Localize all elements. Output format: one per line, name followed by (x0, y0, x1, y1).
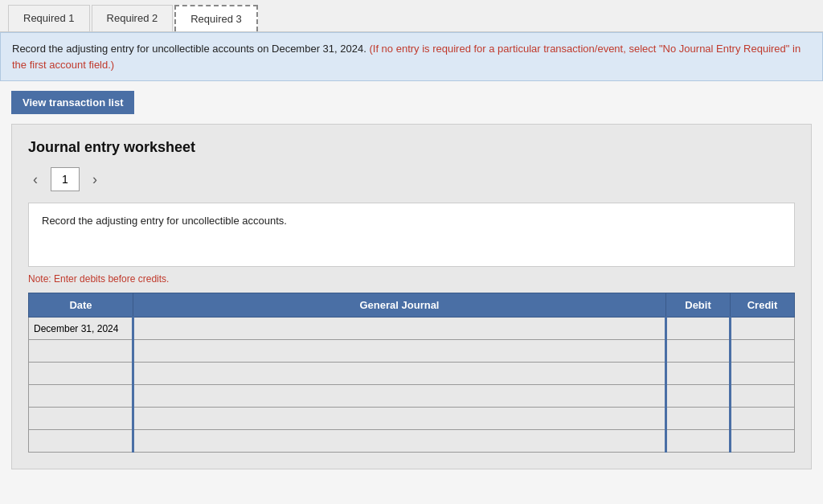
col-credit: Credit (731, 293, 795, 318)
input-credit-row3[interactable] (731, 385, 794, 407)
table-row (29, 408, 795, 430)
cell-journal-row3[interactable] (133, 385, 666, 408)
input-debit-row2[interactable] (667, 363, 729, 384)
cell-date-row0[interactable] (29, 318, 133, 340)
instruction-banner: Record the adjusting entry for uncollect… (0, 32, 823, 81)
main-container: Required 1 Required 2 Required 3 Record … (0, 0, 823, 504)
cell-date-row3[interactable] (29, 385, 133, 408)
journal-table: Date General Journal Debit Credit (28, 293, 795, 453)
cell-journal-row0[interactable] (133, 318, 666, 340)
cell-credit-row4[interactable] (731, 408, 795, 430)
tab-required1[interactable]: Required 1 (8, 5, 90, 31)
input-debit-row4[interactable] (667, 408, 729, 429)
cell-debit-row4[interactable] (666, 408, 731, 430)
cell-credit-row1[interactable] (731, 340, 795, 363)
input-credit-row2[interactable] (731, 363, 794, 384)
page-number: 1 (51, 167, 80, 191)
cell-credit-row2[interactable] (731, 363, 795, 385)
note-text: Note: Enter debits before credits. (28, 273, 795, 285)
input-credit-row1[interactable] (731, 340, 794, 362)
table-row (29, 340, 795, 363)
worksheet-title: Journal entry worksheet (28, 139, 795, 156)
col-general-journal: General Journal (133, 293, 666, 318)
input-debit-row1[interactable] (667, 340, 729, 362)
cell-credit-row0[interactable] (731, 318, 795, 340)
input-journal-row4[interactable] (134, 408, 665, 429)
input-date-row3[interactable] (29, 385, 132, 407)
col-date: Date (29, 293, 133, 318)
next-arrow[interactable]: › (88, 170, 102, 190)
cell-debit-row0[interactable] (666, 318, 731, 340)
cell-date-row2[interactable] (29, 363, 133, 385)
nav-row: ‹ 1 › (28, 167, 795, 191)
table-row (29, 318, 795, 340)
cell-journal-row1[interactable] (133, 340, 666, 363)
col-debit: Debit (666, 293, 731, 318)
cell-debit-row3[interactable] (666, 385, 731, 408)
cell-journal-row5[interactable] (133, 430, 666, 453)
input-date-row1[interactable] (29, 340, 132, 362)
input-debit-row5[interactable] (667, 430, 729, 452)
view-transaction-list-button[interactable]: View transaction list (11, 91, 134, 114)
cell-date-row1[interactable] (29, 340, 133, 363)
description-box: Record the adjusting entry for uncollect… (28, 203, 795, 267)
tabs-bar: Required 1 Required 2 Required 3 (0, 0, 823, 32)
input-journal-row2[interactable] (134, 363, 665, 384)
cell-journal-row4[interactable] (133, 408, 666, 430)
worksheet-card: Journal entry worksheet ‹ 1 › Record the… (11, 124, 812, 469)
input-date-row4[interactable] (29, 408, 132, 429)
cell-debit-row1[interactable] (666, 340, 731, 363)
input-debit-row0[interactable] (667, 318, 729, 339)
input-date-row2[interactable] (29, 363, 132, 384)
cell-credit-row3[interactable] (731, 385, 795, 408)
input-credit-row0[interactable] (731, 318, 794, 339)
input-credit-row5[interactable] (731, 430, 794, 452)
input-date-row0[interactable] (29, 318, 132, 339)
cell-credit-row5[interactable] (731, 430, 795, 453)
tab-required3[interactable]: Required 3 (174, 5, 258, 31)
cell-date-row5[interactable] (29, 430, 133, 453)
cell-journal-row2[interactable] (133, 363, 666, 385)
description-text: Record the adjusting entry for uncollect… (42, 215, 287, 227)
prev-arrow[interactable]: ‹ (28, 170, 43, 190)
input-date-row5[interactable] (29, 430, 132, 452)
table-row (29, 430, 795, 453)
tab-required2[interactable]: Required 2 (92, 5, 174, 31)
input-journal-row3[interactable] (134, 385, 665, 407)
input-credit-row4[interactable] (731, 408, 794, 429)
cell-debit-row2[interactable] (666, 363, 731, 385)
instruction-main-text: Record the adjusting entry for uncollect… (12, 43, 366, 55)
input-journal-row5[interactable] (134, 430, 665, 452)
table-row (29, 385, 795, 408)
cell-date-row4[interactable] (29, 408, 133, 430)
input-journal-row1[interactable] (134, 340, 665, 362)
input-debit-row3[interactable] (667, 385, 729, 407)
cell-debit-row5[interactable] (666, 430, 731, 453)
input-journal-row0[interactable] (134, 318, 665, 339)
table-row (29, 363, 795, 385)
